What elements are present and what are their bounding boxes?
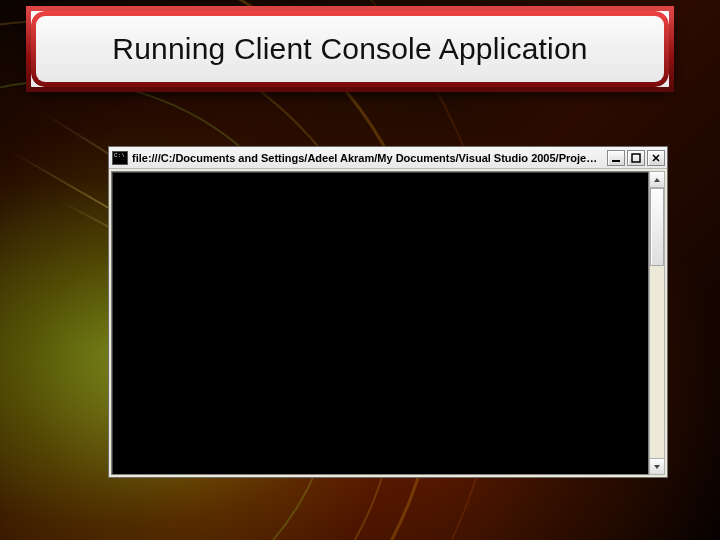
cmd-icon bbox=[112, 151, 128, 165]
chevron-up-icon bbox=[653, 176, 661, 184]
scroll-down-button[interactable] bbox=[650, 458, 664, 474]
vertical-scrollbar[interactable] bbox=[649, 171, 665, 475]
scroll-up-button[interactable] bbox=[650, 172, 664, 188]
minimize-button[interactable] bbox=[607, 150, 625, 166]
console-window: file:///C:/Documents and Settings/Adeel … bbox=[108, 146, 668, 478]
window-buttons bbox=[607, 150, 665, 166]
close-icon bbox=[651, 153, 661, 163]
scroll-track[interactable] bbox=[650, 188, 664, 458]
maximize-button[interactable] bbox=[627, 150, 645, 166]
close-button[interactable] bbox=[647, 150, 665, 166]
slide-title-plate: Running Client Console Application bbox=[26, 6, 674, 92]
client-area bbox=[109, 169, 667, 477]
minimize-icon bbox=[611, 153, 621, 163]
scroll-thumb[interactable] bbox=[650, 188, 664, 266]
console-output[interactable] bbox=[111, 171, 649, 475]
maximize-icon bbox=[631, 153, 641, 163]
svg-rect-0 bbox=[612, 160, 620, 162]
titlebar[interactable]: file:///C:/Documents and Settings/Adeel … bbox=[109, 147, 667, 169]
window-title: file:///C:/Documents and Settings/Adeel … bbox=[132, 152, 603, 164]
slide-title: Running Client Console Application bbox=[112, 32, 587, 66]
svg-rect-1 bbox=[632, 154, 640, 162]
chevron-down-icon bbox=[653, 463, 661, 471]
